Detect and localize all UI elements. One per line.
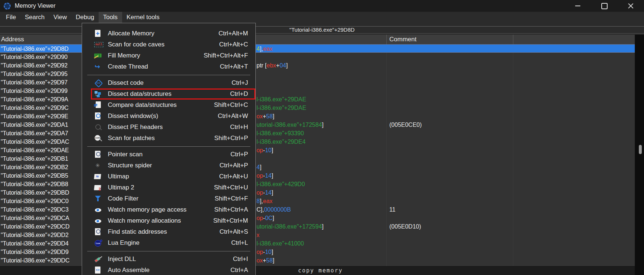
watch-alloc-eye-icon xyxy=(94,217,103,225)
menu-item-ultimap[interactable]: UltimapCtrl+Alt+U xyxy=(82,171,255,182)
code-cell: op-14] xyxy=(256,188,273,197)
address-cell: "Tutorial-i386.exe"+29D8D xyxy=(1,45,68,53)
menu-shortcut: Ctrl+Alt+P xyxy=(220,162,255,169)
menu-item-dissect-pe-headers[interactable]: Dissect PE headersCtrl+H xyxy=(82,122,255,133)
menu-item-label: Inject DLL xyxy=(108,255,233,263)
menu-item-dissect-code[interactable]: Dissect codeCtrl+J xyxy=(82,77,255,88)
menu-item-allocate-memory[interactable]: Allocate MemoryCtrl+Alt+M xyxy=(82,28,255,39)
scrollbar-thumb[interactable] xyxy=(639,145,642,154)
menu-item-label: Watch memory page access xyxy=(108,206,214,213)
menu-item-scan-code-caves[interactable]: Scan for code cavesCtrl+Alt+C xyxy=(82,39,255,50)
fill-memory-icon xyxy=(94,52,103,60)
ultimap2-icon xyxy=(94,184,103,192)
address-cell: "Tutorial-i386.exe"+29DD2 xyxy=(1,231,68,239)
menu-item-label: Dissect data/structures xyxy=(108,90,230,98)
menu-item-fill-memory[interactable]: Fill MemoryShift+Ctrl+Alt+F xyxy=(82,50,255,61)
address-cell: "Tutorial-i386.exe"+29D99 xyxy=(1,87,67,95)
code-cell: C],0000000B xyxy=(256,205,291,214)
address-cell: "Tutorial-i386.exe"+29D90 xyxy=(1,53,67,61)
address-cell: "Tutorial-i386.exe"+29DAE xyxy=(1,146,69,154)
comment-cell: (005E0CE0) xyxy=(389,121,422,129)
code-cell: utorial-i386.exe"+172594] xyxy=(256,222,323,231)
copy-memory-label: copy memory xyxy=(298,267,343,274)
watch-access-eye-icon xyxy=(94,206,103,214)
menu-item-label: Scan for patches xyxy=(108,135,214,142)
memory-viewer-window: Memory Viewer FileSearchViewDebugToolsKe… xyxy=(0,0,644,275)
menu-item-dissect-data-structures[interactable]: Dissect data/structuresCtrl+D xyxy=(82,88,255,100)
menu-item-label: Code Filter xyxy=(108,195,215,202)
code-cell: l-i386.exe"+29DE4 xyxy=(256,138,305,146)
code-cell: 4],eax xyxy=(256,45,273,53)
menu-shortcut: Ctrl+Alt+U xyxy=(219,173,255,180)
code-cell: x xyxy=(256,231,259,239)
menu-shortcut: Shift+Ctrl+U xyxy=(214,184,255,191)
menu-item-label: Watch memory allocations xyxy=(108,217,213,224)
menu-item-label: Auto Assemble xyxy=(108,267,230,274)
menu-item-label: Dissect window(s) xyxy=(108,112,218,120)
address-cell: "Tutorial-i386.exe"+29DBD xyxy=(1,188,69,197)
menu-item-label: Create Thread xyxy=(108,63,220,70)
menu-item-watch-memory-allocations[interactable]: Watch memory allocationsShift+Ctrl+M xyxy=(82,215,255,226)
menu-shortcut: Ctrl+I xyxy=(233,255,255,263)
address-cell: "Tutorial-i386.exe"+29DA7 xyxy=(1,129,68,138)
address-cell: "Tutorial-i386.exe"+29DCD xyxy=(1,222,70,231)
menu-item-label: Allocate Memory xyxy=(108,30,219,37)
address-cell: "Tutorial-i386.exe"+29D92 xyxy=(1,61,67,70)
menu-item-scan-for-patches[interactable]: Scan for patchesShift+Ctrl+P xyxy=(82,133,255,144)
dissect-data-icon xyxy=(94,90,103,98)
menu-item-pointer-scan[interactable]: Pointer scanCtrl+P xyxy=(82,149,255,160)
menu-item-structure-spider[interactable]: Structure spiderCtrl+Alt+P xyxy=(82,160,255,171)
menu-item-ultimap-2[interactable]: Ultimap 2Shift+Ctrl+U xyxy=(82,182,255,193)
menu-shortcut: Ctrl+A xyxy=(230,267,255,274)
address-cell: "Tutorial-i386.exe"+29DC3 xyxy=(1,205,68,214)
address-cell: "Tutorial-i386.exe"+29DB1 xyxy=(1,154,68,163)
menu-item-lua-engine[interactable]: Lua EngineCtrl+L xyxy=(82,237,255,248)
menu-shortcut: Shift+Ctrl+C xyxy=(214,101,255,109)
inject-dll-icon xyxy=(94,255,103,263)
menu-item-create-thread[interactable]: Create ThreadCtrl+Alt+T xyxy=(82,61,255,72)
address-cell: "Tutorial-i386.exe"+29DAC xyxy=(1,138,69,146)
pointer-scan-icon xyxy=(94,150,103,159)
menu-item-label: Find static addresses xyxy=(108,228,220,236)
code-cell: ox+58] xyxy=(256,112,275,121)
dissect-code-icon xyxy=(94,79,103,87)
code-cell: l-i386.exe"+29DAE xyxy=(256,104,306,112)
scrollbar[interactable] xyxy=(635,35,644,275)
comment-cell: (005E0D10) xyxy=(389,222,421,231)
dissect-pe-headers-icon xyxy=(94,123,103,131)
code-cell: ptr [ebx+04] xyxy=(256,61,288,70)
address-cell: "Tutorial-i386.exe"+29DD4 xyxy=(1,239,68,248)
menu-shortcut: Ctrl+H xyxy=(230,123,255,131)
menu-shortcut: Ctrl+Alt+S xyxy=(220,228,255,236)
menu-shortcut: Ctrl+Alt+W xyxy=(218,112,255,120)
address-cell: "Tutorial-i386.exe"+29DB2 xyxy=(1,163,68,171)
menu-shortcut: Ctrl+Alt+M xyxy=(219,30,255,37)
menu-shortcut: Shift+Ctrl+Alt+F xyxy=(204,52,255,59)
scan-patches-icon xyxy=(94,134,103,142)
menu-item-label: Compare data/structures xyxy=(108,101,214,109)
menu-item-label: Ultimap 2 xyxy=(108,184,214,191)
compare-data-icon xyxy=(94,101,103,109)
menu-shortcut: Shift+Ctrl+F xyxy=(215,195,255,202)
address-cell: "Tutorial-i386.exe"+29DA1 xyxy=(1,121,68,129)
address-cell: "Tutorial-i386.exe"+29D9C xyxy=(1,104,68,112)
menu-item-compare-data-structures[interactable]: Compare data/structuresShift+Ctrl+C xyxy=(82,100,255,111)
menu-separator xyxy=(82,72,255,77)
menu-item-inject-dll[interactable]: Inject DLLCtrl+I xyxy=(82,254,255,265)
menu-separator xyxy=(82,248,255,254)
menu-shortcut: Shift+Ctrl+M xyxy=(213,217,255,224)
menu-separator xyxy=(82,144,255,149)
menu-item-find-static-addresses[interactable]: Find static addressesCtrl+Alt+S xyxy=(82,226,255,237)
menu-item-watch-memory-page-access[interactable]: Watch memory page accessShift+Ctrl+A xyxy=(82,204,255,215)
menu-item-auto-assemble[interactable]: Auto AssembleCtrl+A xyxy=(82,265,255,275)
create-thread-icon xyxy=(94,63,103,71)
menu-item-dissect-windows[interactable]: Dissect window(s)Ctrl+Alt+W xyxy=(82,111,255,122)
auto-assemble-icon xyxy=(94,266,103,274)
address-cell: "Tutorial-i386.exe"+29DB5 xyxy=(1,171,68,180)
address-cell: "Tutorial-i386.exe"+29DD9 xyxy=(1,248,68,256)
menu-item-code-filter[interactable]: Code FilterShift+Ctrl+F xyxy=(82,193,255,204)
address-cell: "Tutorial-i386.exe"+29D97 xyxy=(1,78,67,87)
allocate-memory-icon xyxy=(94,29,103,38)
code-cell: op-0C] xyxy=(256,214,274,222)
menu-shortcut: Shift+Ctrl+A xyxy=(214,206,255,213)
